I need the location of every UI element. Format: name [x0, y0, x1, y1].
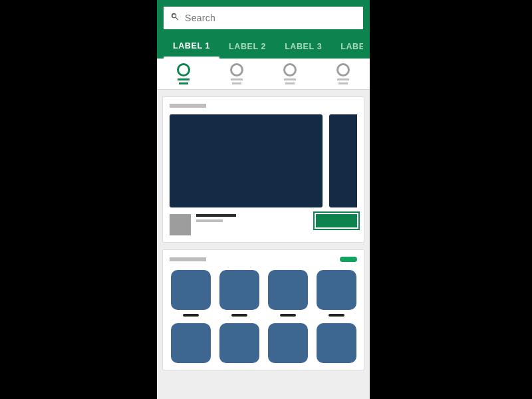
featured-card-1[interactable] — [170, 114, 323, 207]
category-tab-2[interactable] — [230, 63, 243, 84]
category-icon-tabs — [157, 59, 370, 90]
featured-meta-row — [170, 214, 357, 235]
app-grid — [170, 270, 357, 363]
grid-section — [162, 249, 364, 370]
app-tile-icon — [268, 270, 308, 310]
circle-icon — [230, 63, 243, 76]
grid-item[interactable] — [315, 323, 357, 363]
grid-item[interactable] — [267, 270, 309, 317]
grid-item[interactable] — [218, 270, 260, 317]
top-tabs: LABEL 1 LABEL 2 LABEL 3 LABEL 4 — [164, 35, 363, 59]
featured-text — [196, 214, 236, 222]
tab-label-3[interactable]: LABEL 3 — [275, 35, 331, 59]
category-tab-3[interactable] — [283, 63, 297, 84]
search-input[interactable]: Search — [164, 7, 363, 29]
grid-item[interactable] — [218, 323, 260, 363]
header: Search LABEL 1 LABEL 2 LABEL 3 LABEL 4 — [157, 0, 370, 59]
circle-icon — [177, 63, 190, 76]
app-tile-label — [183, 314, 199, 317]
tab-label-1[interactable]: LABEL 1 — [164, 35, 219, 59]
grid-item[interactable] — [315, 270, 357, 317]
search-icon — [170, 12, 180, 24]
tab-label-2[interactable]: LABEL 2 — [219, 35, 275, 59]
app-tile-icon — [219, 270, 259, 310]
circle-icon — [283, 63, 297, 76]
app-window: Search LABEL 1 LABEL 2 LABEL 3 LABEL 4 — [157, 0, 370, 399]
app-tile-icon — [268, 323, 308, 363]
grid-item[interactable] — [267, 323, 309, 363]
install-button[interactable] — [316, 214, 357, 227]
section-title — [170, 104, 206, 108]
app-tile-label — [231, 314, 247, 317]
search-placeholder: Search — [185, 13, 215, 23]
app-tile-icon — [317, 323, 356, 363]
app-tile-icon — [219, 323, 259, 363]
app-tile-icon — [171, 270, 211, 310]
app-tile-label — [280, 314, 296, 317]
grid-item[interactable] — [170, 270, 211, 317]
more-button[interactable] — [340, 257, 357, 262]
category-tab-1[interactable] — [177, 63, 190, 84]
category-tab-4[interactable] — [336, 63, 350, 84]
featured-section — [162, 96, 364, 243]
section-title — [170, 257, 206, 261]
featured-carousel[interactable] — [170, 114, 357, 207]
circle-icon — [336, 63, 350, 76]
grid-item[interactable] — [170, 323, 211, 363]
grid-section-header — [170, 257, 357, 262]
featured-card-2[interactable] — [329, 114, 357, 207]
tab-label-4[interactable]: LABEL 4 — [331, 35, 363, 59]
app-tile-icon — [171, 323, 211, 363]
avatar[interactable] — [170, 214, 191, 235]
app-tile-icon — [317, 270, 356, 310]
app-tile-label — [329, 314, 344, 317]
